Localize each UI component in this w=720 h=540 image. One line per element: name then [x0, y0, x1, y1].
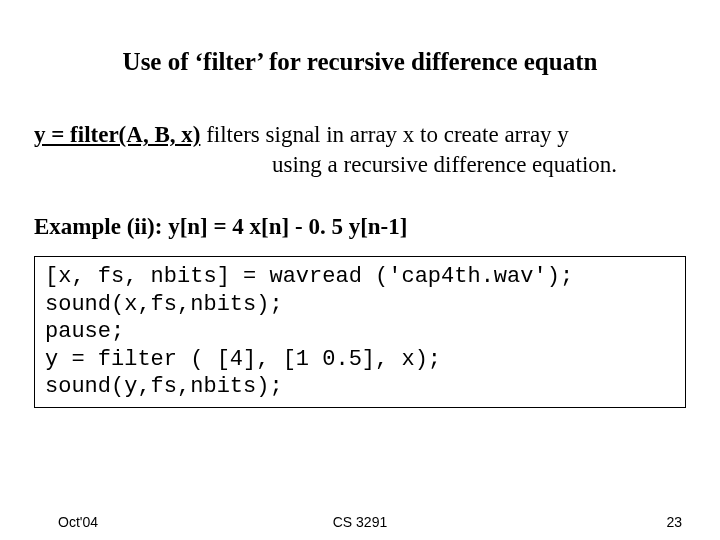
code-block: [x, fs, nbits] = wavread ('cap4th.wav');…: [34, 256, 686, 408]
function-call: y = filter(A, B, x): [34, 122, 200, 147]
slide-title: Use of ‘filter’ for recursive difference…: [34, 48, 686, 76]
footer-course: CS 3291: [0, 514, 720, 530]
footer-page-number: 23: [666, 514, 682, 530]
filter-description-line1: y = filter(A, B, x) filters signal in ar…: [34, 122, 686, 148]
desc-rest: filters signal in array x to create arra…: [200, 122, 568, 147]
slide: Use of ‘filter’ for recursive difference…: [0, 0, 720, 540]
filter-description-line2: using a recursive difference equation.: [34, 152, 686, 178]
example-label: Example (ii):: [34, 214, 168, 239]
example-line: Example (ii): y[n] = 4 x[n] - 0. 5 y[n-1…: [34, 214, 686, 240]
example-equation: y[n] = 4 x[n] - 0. 5 y[n-1]: [168, 214, 407, 239]
